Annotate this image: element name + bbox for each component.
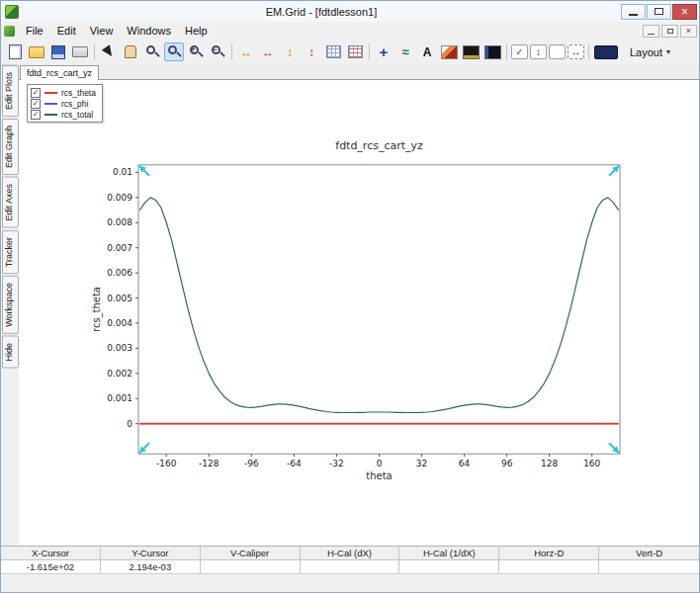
toolbar-separator — [369, 43, 370, 60]
autoscale-y-limits-icon[interactable]: ↕ — [302, 42, 321, 61]
side-tab-workspace[interactable]: Workspace — [2, 276, 19, 334]
toolbar-icons: +−↔↔↕↕+≈A✓↕↔ — [4, 42, 620, 61]
y-tick-label: 0.009 — [107, 193, 132, 203]
side-tab-edit-plots[interactable]: Edit Plots — [2, 65, 19, 117]
document-area: fdtd_rcs_cart_yz 00.0010.0020.0030.0040.… — [19, 64, 699, 547]
legend-label: rcs_total — [61, 110, 93, 120]
document-tab[interactable]: fdtd_rcs_cart_yz — [20, 65, 99, 80]
plot-canvas[interactable]: 00.0010.0020.0030.0040.0050.0060.0070.00… — [19, 80, 699, 547]
status-header: V-Caliper — [201, 547, 301, 560]
status-value: 2.194e-03 — [101, 560, 201, 574]
status-value — [499, 560, 599, 574]
fit-horizontal-icon[interactable]: ↔ — [568, 44, 584, 59]
title-bar: EM.Grid - [fdtdlesson1] × — [1, 1, 699, 22]
x-tick-label: 0 — [377, 459, 383, 468]
contour-plot-icon[interactable] — [482, 42, 502, 61]
x-tick-label: -160 — [156, 459, 177, 468]
y-tick-label: 0.01 — [113, 167, 132, 177]
y-tick-label: 0.001 — [107, 393, 132, 403]
zoom-in-icon[interactable]: + — [186, 42, 206, 61]
y-tick-label: 0.006 — [107, 268, 132, 278]
data-table-icon[interactable] — [345, 42, 365, 61]
x-axis-label: theta — [366, 470, 392, 481]
mdi-minimize-button[interactable] — [643, 25, 659, 38]
menu-help[interactable]: Help — [178, 24, 215, 38]
select-pointer-icon[interactable] — [99, 42, 119, 61]
side-tab-hide[interactable]: Hide — [2, 336, 19, 369]
zoom-out-icon[interactable]: − — [208, 42, 227, 61]
x-tick-label: 128 — [541, 459, 558, 468]
side-tab-tracker[interactable]: Tracker — [2, 230, 19, 274]
legend-checkbox[interactable]: ✓ — [31, 88, 41, 98]
layout-label: Layout — [630, 46, 662, 58]
surface-plot-icon[interactable] — [461, 42, 481, 61]
y-tick-label: 0.003 — [107, 343, 132, 353]
mdi-restore-button[interactable] — [661, 25, 678, 38]
toolbar: +−↔↔↕↕+≈A✓↕↔ Layout ▾ — [1, 40, 699, 65]
y-tick-label: 0.002 — [107, 369, 132, 379]
open-file-icon[interactable] — [27, 42, 46, 61]
toolbar-separator — [94, 43, 95, 60]
status-header: Vert-D — [599, 547, 699, 560]
apply-scale-icon[interactable]: ✓ — [511, 44, 528, 59]
legend-item: ✓rcs_theta — [31, 87, 96, 98]
side-tab-edit-axes[interactable]: Edit Axes — [2, 177, 19, 228]
status-value — [301, 560, 400, 574]
mdi-close-button[interactable]: × — [680, 25, 697, 38]
main-area: Edit PlotsEdit GraphEdit AxesTrackerWork… — [1, 64, 699, 547]
blank-frame-icon[interactable] — [549, 44, 566, 59]
document-icon[interactable] — [4, 26, 15, 37]
zoom-window-icon[interactable] — [142, 42, 162, 61]
legend-checkbox[interactable]: ✓ — [31, 110, 41, 120]
status-header: H-Cal (dX) — [301, 547, 400, 560]
side-tab-edit-graph[interactable]: Edit Graph — [2, 119, 19, 175]
edit-curve-icon[interactable]: ≈ — [395, 42, 415, 61]
autoscale-x-limits-icon[interactable]: ↔ — [258, 42, 278, 61]
document-tab-bar: fdtd_rcs_cart_yz — [19, 64, 699, 80]
menu-file[interactable]: File — [19, 24, 50, 38]
menu-windows[interactable]: Windows — [120, 24, 178, 38]
save-icon[interactable] — [48, 42, 68, 61]
autoscale-x-icon[interactable]: ↔ — [236, 42, 256, 61]
close-button[interactable]: × — [672, 4, 697, 20]
legend-label: rcs_phi — [61, 99, 88, 109]
legend-line-sample — [44, 103, 57, 105]
status-header: Horz-D — [499, 547, 599, 560]
status-header: X-Cursor — [1, 547, 101, 560]
legend-item: ✓rcs_total — [31, 109, 96, 120]
print-icon[interactable] — [70, 42, 90, 61]
minimize-button[interactable] — [621, 4, 646, 20]
new-file-icon[interactable] — [5, 42, 25, 61]
x-tick-label: 32 — [416, 459, 427, 468]
add-cursor-icon[interactable]: + — [374, 42, 394, 61]
pan-hand-icon[interactable] — [121, 42, 140, 61]
autoscale-y-icon[interactable]: ↕ — [280, 42, 300, 61]
x-tick-label: -128 — [199, 459, 219, 468]
colormap-plot-icon[interactable] — [439, 42, 459, 61]
legend-checkbox[interactable]: ✓ — [31, 99, 41, 109]
app-logo-icon — [5, 5, 19, 19]
legend-item: ✓rcs_phi — [31, 98, 96, 109]
y-tick-label: 0.008 — [107, 217, 132, 227]
x-tick-label: 160 — [583, 459, 600, 468]
cursor-status-table: X-CursorY-CursorV-CaliperH-Cal (dX)H-Cal… — [1, 546, 699, 574]
status-header-row: X-CursorY-CursorV-CaliperH-Cal (dX)H-Cal… — [1, 547, 699, 560]
toolbar-separator — [588, 43, 589, 60]
plot-legend[interactable]: ✓rcs_theta✓rcs_phi✓rcs_total — [27, 84, 103, 123]
chart-title: fdtd_rcs_cart_yz — [335, 139, 423, 152]
layout-dropdown[interactable]: Layout ▾ — [622, 43, 678, 61]
maximize-button[interactable] — [647, 4, 671, 20]
plot-area[interactable] — [138, 165, 620, 454]
menu-items: FileEditViewWindowsHelp — [19, 25, 215, 37]
data-grid-icon[interactable] — [323, 42, 343, 61]
add-text-icon[interactable]: A — [417, 42, 437, 61]
chart-svg[interactable]: 00.0010.0020.0030.0040.0050.0060.0070.00… — [19, 80, 699, 547]
zoom-box-icon[interactable] — [164, 42, 184, 61]
menu-edit[interactable]: Edit — [50, 24, 83, 38]
y-axis-label: rcs_theta — [91, 287, 103, 332]
scale-vertical-icon[interactable]: ↕ — [530, 44, 547, 59]
menu-view[interactable]: View — [83, 24, 121, 38]
status-bar — [1, 573, 699, 592]
line-color-swatch-icon[interactable] — [593, 42, 619, 61]
x-tick-label: 64 — [459, 459, 471, 468]
